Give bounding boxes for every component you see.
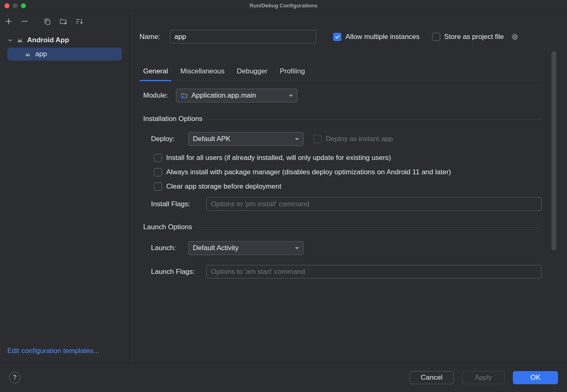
tab-profiling[interactable]: Profiling — [280, 62, 305, 81]
install-for-all-users-checkbox[interactable]: Install for all users (if already instal… — [154, 150, 542, 165]
dropdown-arrow-icon — [295, 247, 299, 249]
deploy-value: Default APK — [193, 135, 231, 143]
window-title: Run/Debug Configurations — [0, 2, 567, 9]
configurations-tree: Android App app — [0, 30, 129, 347]
android-icon — [24, 50, 32, 58]
deploy-as-instant-app-checkbox: Deploy as instant app — [313, 135, 393, 143]
launch-options-section: Launch Options — [139, 223, 542, 231]
checkbox-unchecked-icon[interactable] — [154, 168, 162, 176]
store-as-project-file-label: Store as project file — [444, 33, 504, 41]
deploy-dropdown[interactable]: Default APK — [188, 132, 304, 146]
tree-group-android-app[interactable]: Android App — [0, 34, 129, 46]
launch-row: Launch: Default Activity — [151, 241, 542, 255]
tab-debugger[interactable]: Debugger — [237, 62, 267, 81]
titlebar: Run/Debug Configurations — [0, 0, 567, 11]
installation-checkbox-list: Install for all users (if already instal… — [154, 150, 542, 194]
section-divider — [208, 119, 542, 119]
cancel-button[interactable]: Cancel — [409, 371, 454, 384]
launch-flags-label: Launch Flags: — [151, 268, 206, 276]
sort-alphabetically-icon[interactable] — [75, 17, 84, 26]
module-label: Module: — [143, 91, 168, 100]
remove-icon[interactable] — [20, 17, 29, 26]
launch-options-title: Launch Options — [143, 223, 192, 231]
name-input[interactable] — [170, 30, 316, 43]
deploy-as-instant-app-label: Deploy as instant app — [326, 135, 393, 143]
tree-item-app[interactable]: app — [7, 48, 122, 61]
clear-app-storage-label: Clear app storage before deployment — [166, 182, 281, 191]
name-row: Name: Allow multiple instances Store as … — [139, 30, 542, 43]
installation-options-section: Installation Options — [139, 115, 542, 123]
minimize-window-button[interactable] — [13, 3, 18, 8]
tab-general[interactable]: General — [143, 62, 168, 81]
module-icon — [181, 92, 188, 99]
checkbox-checked-icon[interactable] — [333, 33, 341, 41]
launch-label: Launch: — [151, 244, 188, 252]
install-flags-input[interactable] — [206, 197, 542, 211]
footer: ? Cancel Apply OK — [0, 362, 567, 392]
always-install-with-package-manager-checkbox[interactable]: Always install with package manager (dis… — [154, 165, 542, 179]
allow-multiple-instances-label: Allow multiple instances — [345, 33, 419, 41]
launch-dropdown[interactable]: Default Activity — [188, 241, 304, 255]
launch-value: Default Activity — [193, 244, 239, 252]
install-flags-label: Install Flags: — [151, 200, 206, 208]
tree-item-label: app — [35, 50, 47, 58]
installation-options-title: Installation Options — [143, 115, 203, 123]
deploy-row: Deploy: Default APK Deploy as instant ap… — [151, 132, 542, 146]
checkbox-unchecked-icon[interactable] — [154, 154, 162, 162]
ok-button[interactable]: OK — [513, 371, 558, 384]
checkbox-unchecked-icon[interactable] — [432, 33, 440, 41]
configuration-editor-panel: Name: Allow multiple instances Store as … — [130, 11, 567, 362]
dialog-body: Android App app Edit configuration templ… — [0, 11, 567, 362]
vertical-scrollbar-thumb[interactable] — [551, 51, 556, 251]
section-divider — [197, 227, 542, 228]
always-install-with-package-manager-label: Always install with package manager (dis… — [166, 168, 451, 176]
tab-miscellaneous[interactable]: Miscellaneous — [180, 62, 224, 81]
help-button[interactable]: ? — [9, 372, 21, 383]
module-dropdown[interactable]: Application.app.main — [176, 89, 297, 103]
edit-configuration-templates-link[interactable]: Edit configuration templates... — [0, 347, 129, 362]
tabs: General Miscellaneous Debugger Profiling — [139, 62, 542, 81]
sidebar: Android App app Edit configuration templ… — [0, 11, 130, 362]
module-row: Module: Application.app.main — [139, 89, 542, 103]
tree-group-label: Android App — [27, 36, 69, 44]
module-value: Application.app.main — [191, 91, 256, 100]
install-flags-row: Install Flags: — [151, 197, 542, 211]
checkbox-unchecked-icon[interactable] — [154, 182, 162, 191]
question-mark-icon: ? — [13, 374, 17, 381]
dropdown-arrow-icon — [289, 95, 293, 97]
chevron-down-icon[interactable] — [7, 38, 13, 43]
gear-icon[interactable] — [511, 33, 519, 41]
store-as-project-file-checkbox[interactable]: Store as project file — [432, 33, 519, 41]
deploy-label: Deploy: — [151, 135, 188, 143]
run-debug-configurations-window: Run/Debug Configurations — [0, 0, 567, 392]
dropdown-arrow-icon — [295, 138, 299, 140]
launch-flags-input[interactable] — [206, 265, 542, 278]
copy-icon[interactable] — [43, 17, 52, 26]
new-folder-icon[interactable] — [59, 17, 68, 26]
sidebar-toolbar — [0, 11, 129, 30]
android-icon — [16, 36, 24, 44]
add-icon[interactable] — [4, 17, 13, 26]
allow-multiple-instances-checkbox[interactable]: Allow multiple instances — [333, 33, 419, 41]
clear-app-storage-checkbox[interactable]: Clear app storage before deployment — [154, 179, 542, 194]
name-label: Name: — [139, 33, 160, 41]
apply-button[interactable]: Apply — [462, 371, 505, 384]
checkbox-unchecked-icon — [313, 135, 322, 143]
close-window-button[interactable] — [5, 3, 9, 8]
traffic-lights — [0, 3, 26, 8]
fullscreen-window-button[interactable] — [21, 3, 26, 8]
install-for-all-users-label: Install for all users (if already instal… — [166, 154, 391, 162]
launch-flags-row: Launch Flags: — [151, 265, 542, 278]
